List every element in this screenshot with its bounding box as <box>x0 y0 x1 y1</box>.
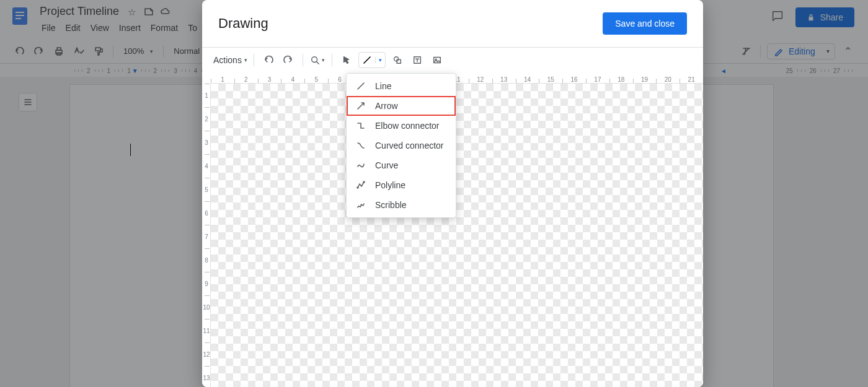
line-menu-elbow[interactable]: Elbow connector <box>347 116 456 136</box>
actions-dropdown[interactable]: Actions <box>213 55 247 65</box>
chevron-down-icon: ▾ <box>375 57 385 63</box>
shape-tool[interactable] <box>389 52 405 68</box>
select-tool[interactable] <box>339 52 355 68</box>
elbow-icon <box>355 120 366 131</box>
save-and-close-button[interactable]: Save and close <box>603 12 687 35</box>
zoom-dropdown[interactable] <box>309 52 326 68</box>
line-menu-arrow[interactable]: Arrow <box>347 96 456 116</box>
line-menu-polyline[interactable]: Polyline <box>347 175 456 195</box>
polyline-icon <box>355 180 366 191</box>
scribble-icon <box>355 199 366 211</box>
svg-point-10 <box>394 57 399 61</box>
line-icon <box>359 55 375 65</box>
dialog-title: Drawing <box>218 15 268 32</box>
canvas-horizontal-ruler: 123456789101112131415161718192021 <box>211 72 703 84</box>
curved-icon <box>355 140 366 151</box>
svg-rect-13 <box>434 58 441 63</box>
line-menu-line[interactable]: Line <box>347 76 456 96</box>
line-menu-scribble[interactable]: Scribble <box>347 195 456 215</box>
line-tool-dropdown[interactable]: ▾ <box>358 52 386 68</box>
drawing-toolbar: Actions ▾ <box>202 48 703 72</box>
line-icon <box>355 80 366 92</box>
redo-button[interactable] <box>280 52 296 68</box>
image-tool[interactable] <box>429 52 445 68</box>
svg-rect-11 <box>397 59 401 63</box>
line-menu-curved[interactable]: Curved connector <box>347 136 456 155</box>
drawing-canvas[interactable] <box>211 84 703 387</box>
line-menu-curve[interactable]: Curve <box>347 155 456 175</box>
text-box-tool[interactable] <box>409 52 425 68</box>
line-tool-menu: LineArrowElbow connectorCurved connector… <box>346 73 456 218</box>
canvas-vertical-ruler: 12345678910111213 <box>202 84 211 387</box>
arrow-icon <box>355 100 366 111</box>
undo-button[interactable] <box>260 52 277 68</box>
curve-icon <box>355 160 366 171</box>
